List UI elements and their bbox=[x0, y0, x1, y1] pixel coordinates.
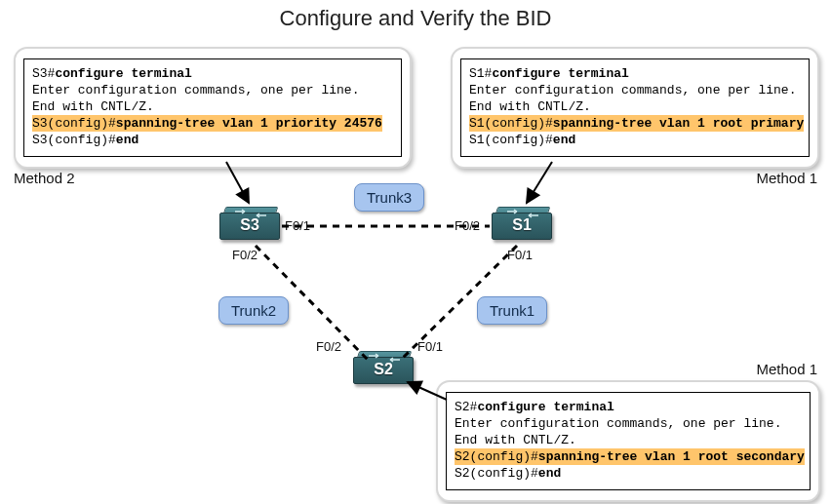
method-label-left: Method 2 bbox=[14, 170, 75, 186]
cli-prompt: S2(config)# bbox=[455, 466, 538, 481]
switch-label: S3 bbox=[219, 216, 280, 234]
switch-s2: S2 bbox=[353, 351, 414, 390]
port-s3-f01: F0/1 bbox=[285, 218, 310, 233]
cli-prompt: S2(config)# bbox=[455, 449, 538, 464]
switch-s3: S3 bbox=[219, 207, 280, 246]
trunk-label-1: Trunk1 bbox=[477, 296, 547, 325]
cli-text: End with CNTL/Z. bbox=[32, 98, 393, 115]
cli-cmd: spanning-tree vlan 1 root primary bbox=[553, 116, 804, 131]
port-s1-f01: F0/1 bbox=[507, 248, 533, 262]
cli-output-s1: S1#configure terminal Enter configuratio… bbox=[460, 58, 810, 157]
cli-prompt: S1(config)# bbox=[469, 116, 553, 131]
cli-text: End with CNTL/Z. bbox=[455, 432, 802, 448]
cli-box-s2: S2#configure terminal Enter configuratio… bbox=[436, 380, 820, 502]
cli-cmd: spanning-tree vlan 1 priority 24576 bbox=[116, 116, 382, 131]
cli-cmd: configure terminal bbox=[492, 66, 628, 81]
cli-text: Enter configuration commands, one per li… bbox=[32, 82, 393, 98]
page-title: Configure and Verify the BID bbox=[0, 6, 831, 31]
cli-cmd: spanning-tree vlan 1 root secondary bbox=[538, 449, 805, 464]
port-s3-f02: F0/2 bbox=[232, 248, 257, 262]
cli-text: End with CNTL/Z. bbox=[469, 98, 801, 115]
cli-cmd: end bbox=[553, 133, 575, 147]
trunk-label-2: Trunk2 bbox=[218, 296, 289, 325]
cli-cmd: configure terminal bbox=[477, 400, 613, 414]
port-s2-f02: F0/2 bbox=[316, 339, 341, 354]
cli-prompt: S1# bbox=[469, 66, 492, 81]
switch-s1: S1 bbox=[492, 207, 552, 246]
cli-cmd: end bbox=[116, 133, 138, 147]
port-s1-f02: F0/2 bbox=[455, 218, 480, 233]
method-label-right-top: Method 1 bbox=[756, 170, 817, 186]
cli-prompt: S3(config)# bbox=[32, 133, 116, 147]
trunk-label-3: Trunk3 bbox=[354, 183, 424, 212]
cli-prompt: S1(config)# bbox=[469, 133, 553, 147]
cli-cmd: end bbox=[538, 466, 561, 481]
cli-box-s1: S1#configure terminal Enter configuratio… bbox=[451, 47, 819, 169]
cli-cmd: configure terminal bbox=[55, 66, 191, 81]
method-label-right-bottom: Method 1 bbox=[756, 361, 817, 377]
switch-label: S2 bbox=[353, 361, 414, 378]
cli-prompt: S3(config)# bbox=[32, 116, 116, 131]
cli-text: Enter configuration commands, one per li… bbox=[455, 415, 802, 432]
cli-output-s3: S3#configure terminal Enter configuratio… bbox=[23, 58, 402, 157]
cli-box-s3: S3#configure terminal Enter configuratio… bbox=[14, 47, 412, 169]
cli-output-s2: S2#configure terminal Enter configuratio… bbox=[446, 392, 811, 490]
switch-label: S1 bbox=[492, 216, 552, 234]
cli-prompt: S2# bbox=[455, 400, 477, 414]
cli-prompt: S3# bbox=[32, 66, 55, 81]
port-s2-f01: F0/1 bbox=[417, 339, 443, 354]
cli-text: Enter configuration commands, one per li… bbox=[469, 82, 801, 98]
